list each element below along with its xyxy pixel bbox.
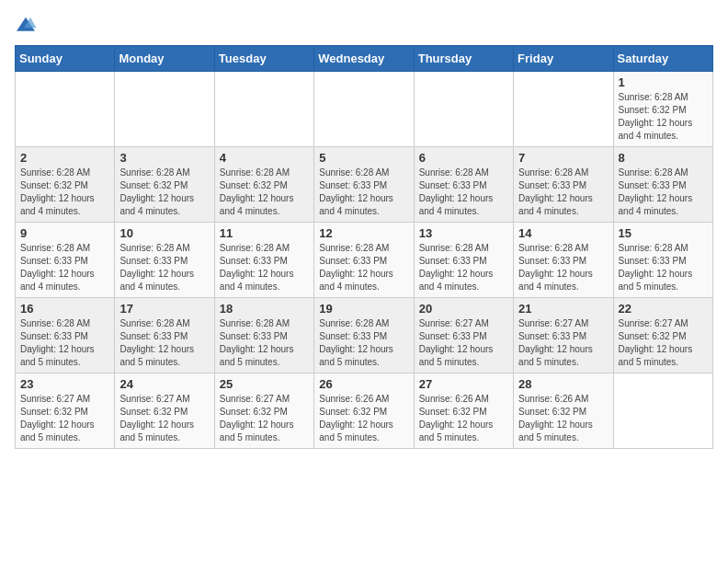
day-number: 19 <box>319 302 408 316</box>
day-number: 24 <box>119 377 209 391</box>
week-row-1: 1Sunrise: 6:28 AM Sunset: 6:32 PM Daylig… <box>16 72 713 147</box>
day-cell: 20Sunrise: 6:27 AM Sunset: 6:33 PM Dayli… <box>414 298 513 373</box>
day-number: 10 <box>119 226 209 240</box>
day-cell: 28Sunrise: 6:26 AM Sunset: 6:32 PM Dayli… <box>514 373 613 449</box>
day-cell: 24Sunrise: 6:27 AM Sunset: 6:32 PM Dayli… <box>115 373 214 449</box>
day-cell: 14Sunrise: 6:28 AM Sunset: 6:33 PM Dayli… <box>514 223 613 298</box>
day-cell <box>115 72 214 147</box>
day-info: Sunrise: 6:28 AM Sunset: 6:33 PM Dayligh… <box>220 317 309 369</box>
day-number: 21 <box>518 302 608 316</box>
col-header-monday: Monday <box>115 46 214 72</box>
day-cell: 11Sunrise: 6:28 AM Sunset: 6:33 PM Dayli… <box>214 223 313 298</box>
week-row-5: 23Sunrise: 6:27 AM Sunset: 6:32 PM Dayli… <box>16 373 713 449</box>
logo-icon <box>15 16 37 34</box>
day-info: Sunrise: 6:28 AM Sunset: 6:33 PM Dayligh… <box>319 167 408 218</box>
day-number: 15 <box>619 226 708 240</box>
week-row-2: 2Sunrise: 6:28 AM Sunset: 6:32 PM Daylig… <box>16 147 713 223</box>
day-cell: 27Sunrise: 6:26 AM Sunset: 6:32 PM Dayli… <box>414 373 513 449</box>
day-cell <box>214 72 313 147</box>
day-info: Sunrise: 6:27 AM Sunset: 6:33 PM Dayligh… <box>419 317 508 369</box>
day-cell: 2Sunrise: 6:28 AM Sunset: 6:32 PM Daylig… <box>16 147 115 223</box>
day-cell <box>414 72 513 147</box>
day-number: 22 <box>619 302 708 316</box>
calendar-header-row: SundayMondayTuesdayWednesdayThursdayFrid… <box>16 46 713 72</box>
day-cell <box>514 72 613 147</box>
day-number: 8 <box>619 151 708 165</box>
day-info: Sunrise: 6:28 AM Sunset: 6:32 PM Dayligh… <box>220 167 309 218</box>
day-cell: 5Sunrise: 6:28 AM Sunset: 6:33 PM Daylig… <box>314 147 414 223</box>
day-info: Sunrise: 6:28 AM Sunset: 6:33 PM Dayligh… <box>220 242 309 293</box>
day-cell: 19Sunrise: 6:28 AM Sunset: 6:33 PM Dayli… <box>314 298 414 373</box>
day-info: Sunrise: 6:28 AM Sunset: 6:33 PM Dayligh… <box>20 242 109 293</box>
day-number: 5 <box>319 151 408 165</box>
day-info: Sunrise: 6:28 AM Sunset: 6:33 PM Dayligh… <box>518 242 608 293</box>
day-number: 14 <box>518 226 608 240</box>
day-info: Sunrise: 6:28 AM Sunset: 6:33 PM Dayligh… <box>119 242 209 293</box>
day-info: Sunrise: 6:28 AM Sunset: 6:33 PM Dayligh… <box>619 242 708 293</box>
day-cell: 26Sunrise: 6:26 AM Sunset: 6:32 PM Dayli… <box>314 373 414 449</box>
day-info: Sunrise: 6:28 AM Sunset: 6:33 PM Dayligh… <box>119 317 209 369</box>
day-info: Sunrise: 6:28 AM Sunset: 6:33 PM Dayligh… <box>319 317 408 369</box>
day-number: 23 <box>20 377 109 391</box>
calendar: SundayMondayTuesdayWednesdayThursdayFrid… <box>15 45 713 449</box>
day-cell: 15Sunrise: 6:28 AM Sunset: 6:33 PM Dayli… <box>613 223 712 298</box>
day-number: 11 <box>220 226 309 240</box>
day-cell: 1Sunrise: 6:28 AM Sunset: 6:32 PM Daylig… <box>613 72 712 147</box>
day-info: Sunrise: 6:28 AM Sunset: 6:33 PM Dayligh… <box>419 167 508 218</box>
day-cell: 21Sunrise: 6:27 AM Sunset: 6:33 PM Dayli… <box>514 298 613 373</box>
day-info: Sunrise: 6:27 AM Sunset: 6:32 PM Dayligh… <box>619 317 708 369</box>
day-info: Sunrise: 6:27 AM Sunset: 6:32 PM Dayligh… <box>119 393 209 444</box>
day-info: Sunrise: 6:27 AM Sunset: 6:32 PM Dayligh… <box>220 393 309 444</box>
day-cell: 4Sunrise: 6:28 AM Sunset: 6:32 PM Daylig… <box>214 147 313 223</box>
day-info: Sunrise: 6:28 AM Sunset: 6:32 PM Dayligh… <box>119 167 209 218</box>
col-header-sunday: Sunday <box>16 46 115 72</box>
day-cell: 18Sunrise: 6:28 AM Sunset: 6:33 PM Dayli… <box>214 298 313 373</box>
day-cell: 17Sunrise: 6:28 AM Sunset: 6:33 PM Dayli… <box>115 298 214 373</box>
day-cell: 13Sunrise: 6:28 AM Sunset: 6:33 PM Dayli… <box>414 223 513 298</box>
day-number: 6 <box>419 151 508 165</box>
day-cell: 10Sunrise: 6:28 AM Sunset: 6:33 PM Dayli… <box>115 223 214 298</box>
day-cell: 3Sunrise: 6:28 AM Sunset: 6:32 PM Daylig… <box>115 147 214 223</box>
col-header-wednesday: Wednesday <box>314 46 414 72</box>
day-info: Sunrise: 6:26 AM Sunset: 6:32 PM Dayligh… <box>518 393 608 444</box>
day-number: 7 <box>518 151 608 165</box>
day-number: 20 <box>419 302 508 316</box>
day-cell: 16Sunrise: 6:28 AM Sunset: 6:33 PM Dayli… <box>16 298 115 373</box>
header <box>15 15 713 34</box>
day-info: Sunrise: 6:28 AM Sunset: 6:33 PM Dayligh… <box>619 167 708 218</box>
day-cell: 22Sunrise: 6:27 AM Sunset: 6:32 PM Dayli… <box>613 298 712 373</box>
day-cell: 25Sunrise: 6:27 AM Sunset: 6:32 PM Dayli… <box>214 373 313 449</box>
day-cell: 9Sunrise: 6:28 AM Sunset: 6:33 PM Daylig… <box>16 223 115 298</box>
day-info: Sunrise: 6:28 AM Sunset: 6:32 PM Dayligh… <box>619 91 708 143</box>
day-info: Sunrise: 6:26 AM Sunset: 6:32 PM Dayligh… <box>319 393 408 444</box>
day-number: 27 <box>419 377 508 391</box>
day-number: 12 <box>319 226 408 240</box>
day-number: 2 <box>20 151 109 165</box>
day-cell <box>314 72 414 147</box>
day-info: Sunrise: 6:28 AM Sunset: 6:33 PM Dayligh… <box>419 242 508 293</box>
day-number: 9 <box>20 226 109 240</box>
day-info: Sunrise: 6:27 AM Sunset: 6:33 PM Dayligh… <box>518 317 608 369</box>
day-cell: 12Sunrise: 6:28 AM Sunset: 6:33 PM Dayli… <box>314 223 414 298</box>
day-cell: 8Sunrise: 6:28 AM Sunset: 6:33 PM Daylig… <box>613 147 712 223</box>
day-info: Sunrise: 6:28 AM Sunset: 6:33 PM Dayligh… <box>319 242 408 293</box>
day-number: 13 <box>419 226 508 240</box>
day-number: 17 <box>119 302 209 316</box>
day-number: 26 <box>319 377 408 391</box>
day-cell <box>16 72 115 147</box>
day-cell: 7Sunrise: 6:28 AM Sunset: 6:33 PM Daylig… <box>514 147 613 223</box>
day-number: 16 <box>20 302 109 316</box>
day-info: Sunrise: 6:28 AM Sunset: 6:32 PM Dayligh… <box>20 167 109 218</box>
day-info: Sunrise: 6:28 AM Sunset: 6:33 PM Dayligh… <box>20 317 109 369</box>
day-number: 1 <box>619 75 708 89</box>
week-row-3: 9Sunrise: 6:28 AM Sunset: 6:33 PM Daylig… <box>16 223 713 298</box>
day-number: 4 <box>220 151 309 165</box>
col-header-friday: Friday <box>514 46 613 72</box>
day-number: 18 <box>220 302 309 316</box>
day-number: 25 <box>220 377 309 391</box>
col-header-saturday: Saturday <box>613 46 712 72</box>
week-row-4: 16Sunrise: 6:28 AM Sunset: 6:33 PM Dayli… <box>16 298 713 373</box>
day-cell <box>613 373 712 449</box>
col-header-thursday: Thursday <box>414 46 513 72</box>
day-cell: 23Sunrise: 6:27 AM Sunset: 6:32 PM Dayli… <box>16 373 115 449</box>
